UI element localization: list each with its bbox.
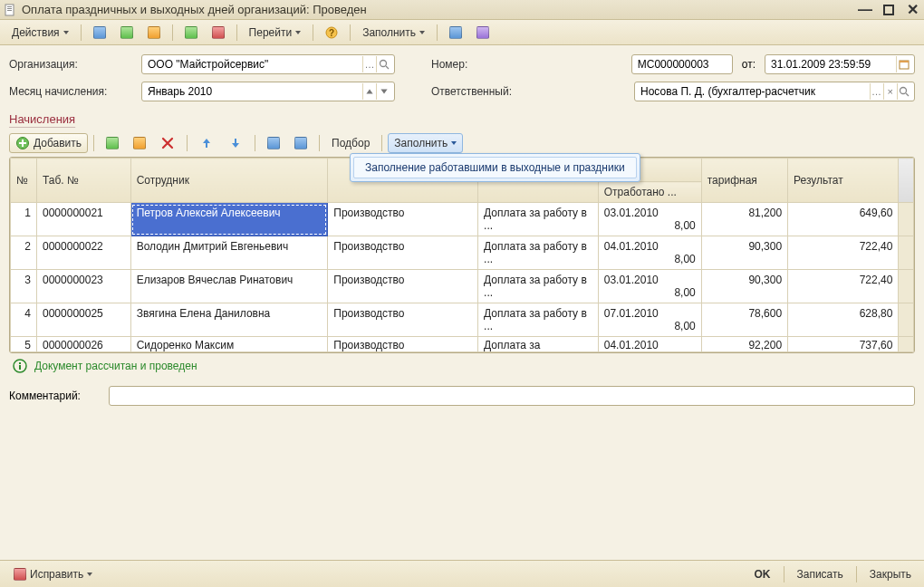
cell[interactable]: 4: [11, 303, 37, 337]
col-worked[interactable]: Отработано ...: [598, 182, 701, 203]
toolbar-icon-3[interactable]: [141, 23, 167, 43]
table-row[interactable]: 40000000025Звягина Елена ДаниловнаПроизв…: [11, 303, 914, 337]
cell[interactable]: Доплата за: [478, 337, 599, 352]
fill-menu-item[interactable]: Заполнение работавшими в выходные и праз…: [353, 157, 637, 178]
resp-clear-button[interactable]: ×: [883, 83, 897, 100]
actions-menu[interactable]: Действия: [5, 23, 75, 43]
resp-search-button[interactable]: [897, 83, 910, 100]
toolbar-icon-4[interactable]: [178, 23, 204, 43]
cell[interactable]: 0000000026: [37, 337, 131, 352]
cell[interactable]: 04.01.2010: [598, 337, 701, 352]
resp-select-button[interactable]: …: [870, 83, 883, 100]
cell[interactable]: 78,600: [701, 303, 787, 337]
cell[interactable]: 3: [11, 270, 37, 303]
help-button[interactable]: ?: [319, 23, 344, 43]
save-button[interactable]: Записать: [792, 566, 849, 582]
cell[interactable]: Елизаров Вячеслав Ринатович: [130, 270, 328, 303]
cell[interactable]: 649,60: [788, 203, 899, 236]
number-input-text[interactable]: [636, 57, 728, 72]
cell[interactable]: 92,200: [701, 337, 787, 352]
cell[interactable]: 07.01.20108,00: [598, 303, 701, 337]
calendar-button[interactable]: [896, 56, 910, 72]
fix-button[interactable]: Исправить: [7, 564, 99, 584]
cell[interactable]: Производство: [328, 203, 478, 236]
cell[interactable]: 03.01.20108,00: [598, 203, 701, 236]
org-input-text[interactable]: [146, 57, 359, 72]
resp-input-text[interactable]: [639, 84, 866, 99]
col-tab[interactable]: Таб. №: [37, 159, 131, 203]
maximize-button[interactable]: [881, 2, 897, 18]
cell[interactable]: Производство: [328, 236, 478, 270]
toolbar-icon-5[interactable]: [206, 23, 231, 43]
month-input[interactable]: [141, 82, 395, 101]
table-row[interactable]: 20000000022Володин Дмитрий ЕвгеньевичПро…: [11, 236, 914, 270]
sort-asc-button[interactable]: [261, 133, 286, 153]
add-row-button[interactable]: Добавить: [9, 133, 88, 153]
close-form-button[interactable]: Закрыть: [864, 566, 917, 582]
ok-button[interactable]: OK: [749, 566, 776, 582]
month-input-text[interactable]: [146, 84, 359, 99]
table-row[interactable]: 50000000026Сидоренко МаксимПроизводствоД…: [11, 337, 914, 352]
table-row[interactable]: 10000000021Петров Алексей АлексеевичПрои…: [11, 203, 914, 236]
close-button[interactable]: ✕: [904, 2, 920, 18]
minimize-button[interactable]: —: [857, 2, 873, 18]
toolbar-icon-tree[interactable]: [470, 23, 496, 43]
cell[interactable]: Производство: [328, 337, 478, 352]
cell[interactable]: 722,40: [788, 270, 899, 303]
month-up-button[interactable]: [362, 83, 377, 100]
col-result[interactable]: Результат: [788, 159, 899, 203]
cell[interactable]: Доплата за работу в ...: [478, 303, 599, 337]
cell[interactable]: 0000000025: [37, 303, 131, 337]
cell[interactable]: Доплата за работу в ...: [478, 236, 599, 270]
cell[interactable]: 81,200: [701, 203, 787, 236]
cell[interactable]: 04.01.20108,00: [598, 236, 701, 270]
move-up-button[interactable]: [193, 133, 220, 153]
copy-row-button[interactable]: [100, 133, 125, 153]
select-button[interactable]: Подбор: [325, 133, 376, 153]
cell[interactable]: 90,300: [701, 270, 787, 303]
toolbar-icon-2[interactable]: [114, 23, 140, 43]
move-down-button[interactable]: [222, 133, 249, 153]
org-input[interactable]: …: [141, 54, 395, 74]
cell[interactable]: Доплата за работу в ...: [478, 270, 599, 303]
comment-input[interactable]: [109, 386, 915, 406]
date-input-text[interactable]: [769, 57, 892, 72]
date-input[interactable]: [765, 54, 915, 74]
cell[interactable]: 0000000023: [37, 270, 131, 303]
edit-row-button[interactable]: [127, 133, 152, 153]
cell[interactable]: Доплата за работу в ...: [478, 203, 599, 236]
cell[interactable]: Звягина Елена Даниловна: [130, 303, 328, 337]
sort-desc-button[interactable]: [288, 133, 313, 153]
month-down-button[interactable]: [376, 83, 390, 100]
table-row[interactable]: 30000000023Елизаров Вячеслав РинатовичПр…: [11, 270, 914, 303]
col-emp[interactable]: Сотрудник: [130, 159, 328, 203]
fill-menu[interactable]: Заполнить: [356, 23, 431, 43]
cell[interactable]: 737,60: [788, 337, 899, 352]
goto-menu[interactable]: Перейти: [243, 23, 308, 43]
cell[interactable]: Производство: [328, 270, 478, 303]
cell[interactable]: 03.01.20108,00: [598, 270, 701, 303]
number-input[interactable]: [631, 54, 733, 74]
table-fill-button[interactable]: Заполнить: [388, 133, 463, 153]
cell[interactable]: 5: [11, 337, 37, 352]
delete-row-button[interactable]: [154, 133, 181, 153]
col-tariff[interactable]: тарифная: [701, 159, 787, 203]
org-select-button[interactable]: …: [362, 56, 377, 72]
cell[interactable]: Володин Дмитрий Евгеньевич: [130, 236, 328, 270]
cell[interactable]: 0000000022: [37, 236, 131, 270]
cell[interactable]: 1: [11, 203, 37, 236]
col-n[interactable]: №: [11, 159, 37, 203]
cell[interactable]: 628,80: [788, 303, 899, 337]
org-search-button[interactable]: [376, 56, 390, 72]
comment-input-text[interactable]: [113, 389, 910, 403]
toolbar-icon-list[interactable]: [443, 23, 468, 43]
cell[interactable]: Производство: [328, 303, 478, 337]
cell[interactable]: 0000000021: [37, 203, 131, 236]
cell[interactable]: Сидоренко Максим: [130, 337, 328, 352]
cell[interactable]: 2: [11, 236, 37, 270]
cell[interactable]: 90,300: [701, 236, 787, 270]
cell[interactable]: Петров Алексей Алексеевич: [130, 203, 328, 236]
table[interactable]: № Таб. № Сотрудник . . . тарифная Резуль…: [9, 157, 915, 353]
cell[interactable]: 722,40: [788, 236, 899, 270]
resp-input[interactable]: … ×: [634, 82, 915, 101]
